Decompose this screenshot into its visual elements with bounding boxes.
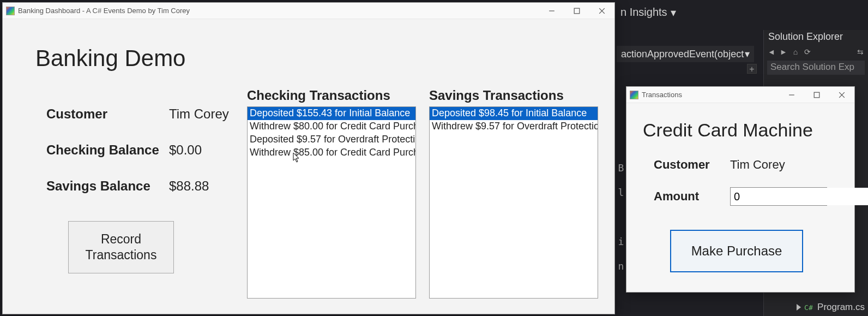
make-purchase-button[interactable]: Make Purchase [670,230,803,272]
savings-balance-label: Savings Balance [46,178,169,194]
svg-rect-5 [814,92,819,98]
banking-window-title: Banking Dashboard - A C# Events Demo by … [18,7,190,15]
cc-customer-label: Customer [654,158,730,172]
transactions-window-title: Transactions [642,91,682,99]
forward-icon[interactable]: ► [779,47,788,56]
maximize-button[interactable] [564,3,589,19]
list-item[interactable]: Deposited $98.45 for Initial Balance [430,107,598,120]
cc-customer-value: Tim Corey [730,158,828,172]
winforms-app-icon [630,91,638,99]
solution-search-input[interactable]: Search Solution Exp [767,61,865,75]
minimize-button[interactable] [539,3,564,19]
close-button[interactable] [829,87,854,103]
savings-transactions-column: Savings Transactions Deposited $98.45 fo… [429,88,598,299]
customer-label: Customer [46,106,169,122]
transactions-window: Transactions Credit Card Machine Custome… [626,86,855,293]
list-item[interactable]: Deposited $9.57 for Overdraft Protection [248,133,415,146]
savings-transactions-list[interactable]: Deposited $98.45 for Initial BalanceWith… [429,106,598,299]
transactions-titlebar[interactable]: Transactions [626,87,854,103]
checking-transactions-list[interactable]: Deposited $155.43 for Initial BalanceWit… [247,106,416,299]
expand-triangle-icon[interactable] [797,304,801,311]
split-plus-icon[interactable]: + [747,64,757,74]
credit-card-form: Customer Tim Corey Amount ▲ ▼ [654,158,828,206]
checking-transactions-header: Checking Transactions [247,88,416,103]
chevron-down-icon: ▾ [745,48,750,60]
account-info-grid: Customer Tim Corey Checking Balance $0.0… [46,106,278,194]
savings-transactions-header: Savings Transactions [429,88,598,103]
close-button[interactable] [589,3,614,19]
credit-card-heading: Credit Card Machine [643,120,813,141]
solution-explorer-title: Solution Explorer [764,30,868,45]
list-item[interactable]: Withdrew $80.00 for Credit Card Purchas [248,120,415,133]
vs-nav-text: actionApprovedEvent(object [621,49,744,60]
sync-icon[interactable]: ⟳ [803,47,812,56]
winforms-app-icon [6,7,15,15]
banking-dashboard-window: Banking Dashboard - A C# Events Demo by … [2,2,615,314]
banking-titlebar[interactable]: Banking Dashboard - A C# Events Demo by … [3,3,614,19]
solution-explorer-toolbar[interactable]: ◄ ► ⌂ ⟳ ⇆ [764,45,868,58]
page-title: Banking Demo [35,45,185,71]
list-item[interactable]: Withdrew $9.57 for Overdraft Protection [430,120,598,133]
maximize-button[interactable] [804,87,829,103]
vs-menu-fragment: n Insights ▾ [616,0,868,25]
amount-numeric-updown[interactable]: ▲ ▼ [730,187,827,206]
minimize-button[interactable] [779,87,804,103]
svg-rect-1 [574,8,580,14]
csharp-file-icon: C# [804,303,814,311]
insights-menu-label[interactable]: n Insights [620,6,667,19]
back-icon[interactable]: ◄ [767,47,776,56]
program-file-node[interactable]: C# Program.cs [797,302,865,313]
home-icon[interactable]: ⌂ [791,47,800,56]
checking-balance-label: Checking Balance [46,142,169,158]
vs-code-gutter: B l i n [617,82,625,316]
record-transactions-button[interactable]: Record Transactions [68,221,174,273]
collapse-icon[interactable]: ⇆ [856,47,865,56]
amount-input[interactable] [731,188,868,205]
dropdown-caret-icon: ▾ [671,6,676,19]
list-item[interactable]: Deposited $155.43 for Initial Balance [248,107,415,120]
program-file-label: Program.cs [817,302,865,313]
list-item[interactable]: Withdrew $85.00 for Credit Card Purchas [248,146,415,159]
checking-transactions-column: Checking Transactions Deposited $155.43 … [247,88,416,299]
vs-nav-dropdown[interactable]: actionApprovedEvent(object ▾ [617,46,754,62]
cc-amount-label: Amount [654,189,730,204]
